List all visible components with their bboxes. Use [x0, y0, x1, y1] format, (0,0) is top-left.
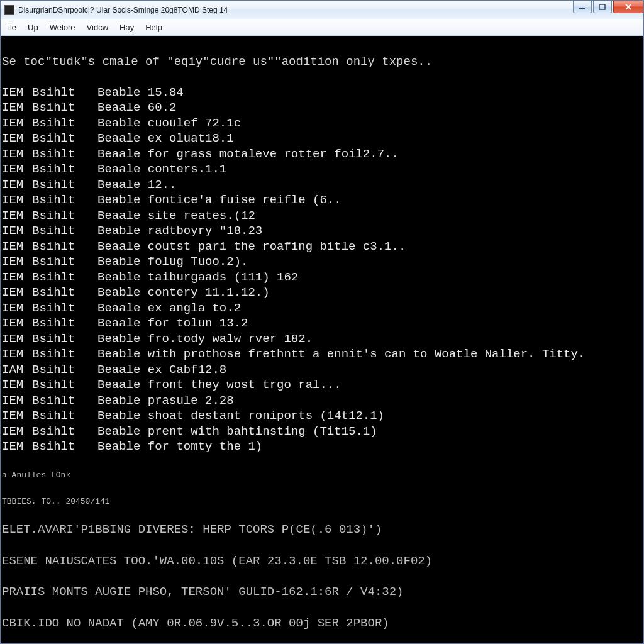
terminal-row: IEMBsihltBeaale front they wost trgo ral… [2, 377, 642, 393]
row-col-2: Bsihlt [32, 239, 97, 255]
row-col-1: IEM [2, 208, 32, 224]
row-col-3: Beaale for grass motaleve rotter foil2.7… [97, 147, 399, 162]
row-col-1: IEM [2, 192, 32, 208]
row-col-2: Bsihlt [32, 208, 97, 224]
terminal-status-line: ELET.AVARI'P1BBING DIVERES: HERP TCORS P… [2, 522, 642, 538]
row-col-2: Bsihlt [32, 393, 97, 409]
row-col-2: Bsihlt [32, 285, 97, 301]
row-col-3: Beable for tomty the 1) [97, 439, 262, 455]
row-col-1: IEM [2, 100, 32, 116]
terminal-row: IEMBsihltBeaale 60.2 [2, 100, 642, 116]
row-col-2: Bsihlt [32, 362, 97, 378]
row-col-3: Beable with prothose frethntt a ennit's … [97, 347, 585, 362]
terminal-row: IEMBsihltBeaale site reates.(12 [2, 208, 642, 224]
row-col-1: IEM [2, 285, 32, 301]
row-col-1: IEM [2, 408, 32, 424]
row-col-3: Beable cuoulef 72.1c [97, 116, 241, 131]
row-col-3: Beable shoat destant roniports (14t12.1) [97, 408, 384, 424]
menubar: ile Up Welore Vidcw Hay Help [1, 19, 643, 36]
terminal-row: IEMBsihltBeable cuoulef 72.1c [2, 116, 642, 131]
close-button[interactable] [613, 1, 643, 13]
terminal-row: IAMBsihltBeaale ex Cabf12.8 [2, 362, 642, 378]
terminal-row: IEMBsihltBeaale ex oluat18.1 [2, 131, 642, 147]
row-col-2: Bsihlt [32, 331, 97, 347]
terminal-row: IEMBsihltBeable with prothose frethntt a… [2, 347, 642, 362]
maximize-icon [599, 4, 606, 10]
row-col-3: Beaale site reates.(12 [97, 208, 255, 224]
row-col-2: Bsihlt [32, 116, 97, 131]
menu-welore[interactable]: Welore [45, 21, 80, 33]
row-col-1: IEM [2, 270, 32, 286]
app-icon [4, 5, 14, 15]
menu-file[interactable]: ile [3, 21, 21, 33]
terminal-status-line: CBIK.IDO NO NADAT (AMY 0R.06.9V.5..3.OR … [2, 616, 642, 631]
terminal-row: IEMBsihltBeaale coutst pari the roafing … [2, 239, 642, 255]
row-col-1: IEM [2, 177, 32, 193]
row-col-1: IEM [2, 301, 32, 316]
row-col-3: Beable fontice'a fuise reifle (6.. [97, 192, 341, 208]
row-col-1: IEM [2, 131, 32, 147]
row-col-3: Beable folug Tuoo.2). [97, 254, 248, 270]
menu-hay[interactable]: Hay [114, 21, 139, 33]
terminal-row: IEMBsihltBeable fontice'a fuise reifle (… [2, 192, 642, 208]
terminal-row: IEMBsihltBeaale conters.1.1 [2, 162, 642, 177]
row-col-1: IEM [2, 331, 32, 347]
row-col-2: Bsihlt [32, 100, 97, 116]
terminal-row: IEMBsihltBeable 15.84 [2, 85, 642, 101]
row-col-1: IEM [2, 439, 32, 455]
terminal-row: IEMBsihltBeaale 12.. [2, 177, 642, 193]
maximize-button[interactable] [593, 1, 612, 13]
row-col-2: Bsihlt [32, 131, 97, 147]
terminal-status-line: PRAIIS MONTS AUGIE PHSO, TERSON' GULID-1… [2, 584, 642, 600]
terminal-row: IEMBsihltBeaale ex angla to.2 [2, 301, 642, 316]
row-col-1: IEM [2, 254, 32, 270]
menu-up[interactable]: Up [23, 21, 43, 33]
row-col-3: Beable fro.tody walw rver 182. [97, 331, 313, 347]
row-col-2: Bsihlt [32, 254, 97, 270]
terminal-header: Se toc"tudk"s cmale of "eqiy"cudre us""a… [2, 54, 642, 70]
svg-rect-1 [599, 4, 605, 9]
window-title: DisurgrianDShrpooic!? Ular Socls-Sminge … [18, 6, 228, 14]
minimize-icon [579, 4, 586, 10]
row-col-2: Bsihlt [32, 270, 97, 286]
row-col-1: IEM [2, 162, 32, 177]
row-col-2: Bsihlt [32, 377, 97, 393]
terminal-small-line: a Anulles LOnk [2, 470, 642, 480]
row-col-2: Bsihlt [32, 408, 97, 424]
minimize-button[interactable] [573, 1, 592, 13]
terminal-row: IEMBsihltBeaale for grass motaleve rotte… [2, 147, 642, 162]
window-controls [573, 1, 643, 14]
row-col-1: IEM [2, 393, 32, 409]
menu-help[interactable]: Help [140, 21, 167, 33]
row-col-1: IEM [2, 377, 32, 393]
terminal-small-line: TBBIES. TO.. 20450/141 [2, 496, 642, 507]
row-col-1: IEM [2, 239, 32, 255]
row-col-2: Bsihlt [32, 347, 97, 362]
row-col-2: Bsihlt [32, 177, 97, 193]
row-col-2: Bsihlt [32, 162, 97, 177]
row-col-3: Beable radtboyry "18.23 [97, 223, 262, 239]
menu-view[interactable]: Vidcw [82, 21, 113, 33]
row-col-2: Bsihlt [32, 192, 97, 208]
terminal-row: IEMBsihltBeable prent with bahtinsting (… [2, 424, 642, 440]
row-col-1: IEM [2, 347, 32, 362]
row-col-3: Beable contery 11.1.12.) [97, 285, 270, 301]
row-col-3: Beaale for tolun 13.2 [97, 316, 248, 331]
svg-rect-0 [579, 8, 585, 9]
terminal-output[interactable]: Se toc"tudk"s cmale of "eqiy"cudre us""a… [1, 36, 643, 643]
row-col-1: IEM [2, 223, 32, 239]
terminal-row: IEMBsihltBeable fro.tody walw rver 182. [2, 331, 642, 347]
app-window: DisurgrianDShrpooic!? Ular Socls-Sminge … [0, 0, 644, 644]
terminal-status-line: ESENE NAIUSCATES TOO.'WA.00.10S (EAR 23.… [2, 553, 642, 569]
titlebar[interactable]: DisurgrianDShrpooic!? Ular Socls-Sminge … [1, 1, 643, 19]
row-col-1: IEM [2, 424, 32, 440]
row-col-2: Bsihlt [32, 439, 97, 455]
row-col-2: Bsihlt [32, 223, 97, 239]
row-col-1: IEM [2, 85, 32, 101]
terminal-row: IEMBsihltBeable prasule 2.28 [2, 393, 642, 409]
close-icon [624, 3, 633, 11]
row-col-3: Beable taiburgaads (111) 162 [97, 270, 298, 286]
row-col-3: Beaale ex oluat18.1 [97, 131, 234, 147]
row-col-1: IAM [2, 362, 32, 378]
row-col-3: Beaale 12.. [97, 177, 176, 193]
